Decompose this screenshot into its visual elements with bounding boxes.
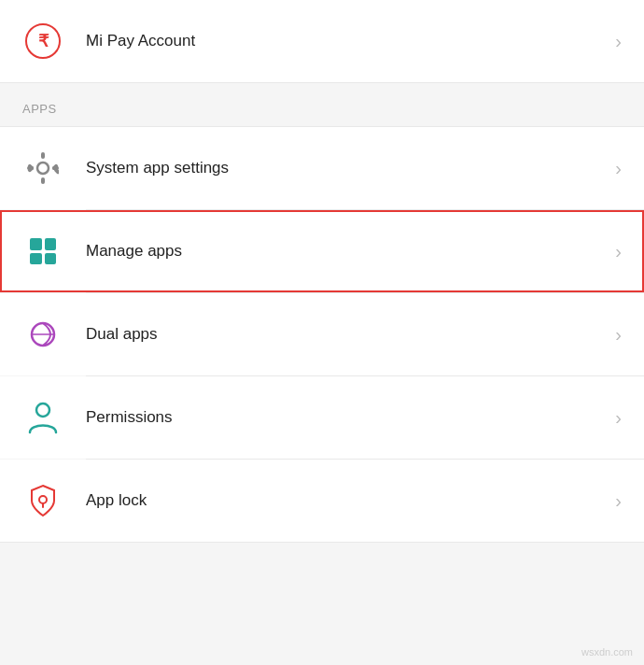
- svg-point-12: [39, 496, 47, 503]
- manage-apps-item[interactable]: Manage apps ›: [0, 210, 644, 292]
- apps-section-header: APPS: [0, 83, 644, 126]
- app-lock-icon: [22, 480, 63, 521]
- mi-pay-account-item[interactable]: ₹ Mi Pay Account ›: [0, 0, 644, 82]
- svg-rect-2: [41, 177, 45, 184]
- svg-point-0: [37, 163, 49, 174]
- system-app-settings-icon: [22, 148, 63, 189]
- mi-pay-account-label: Mi Pay Account: [86, 32, 608, 50]
- permissions-icon: [22, 397, 63, 438]
- mi-pay-icon: ₹: [22, 21, 63, 62]
- manage-apps-icon: [22, 231, 63, 272]
- grid-cell-4: [45, 253, 57, 265]
- grid-icon-shape: [30, 238, 56, 264]
- grid-cell-1: [30, 238, 42, 250]
- dual-apps-icon: [22, 314, 63, 355]
- system-app-settings-item[interactable]: System app settings ›: [0, 127, 644, 209]
- dual-apps-chevron: ›: [615, 324, 622, 346]
- settings-screen: ₹ Mi Pay Account › APPS: [0, 0, 644, 665]
- mi-pay-chevron: ›: [615, 31, 622, 52]
- system-app-settings-label: System app settings: [86, 159, 608, 177]
- system-app-chevron: ›: [615, 158, 622, 179]
- grid-cell-3: [30, 253, 42, 265]
- permissions-item[interactable]: Permissions ›: [0, 376, 644, 459]
- apps-section-label: APPS: [22, 102, 57, 116]
- watermark: wsxdn.com: [581, 646, 633, 658]
- app-lock-chevron: ›: [615, 490, 622, 512]
- manage-apps-chevron: ›: [615, 241, 622, 262]
- app-lock-item[interactable]: App lock ›: [0, 460, 644, 542]
- svg-point-11: [36, 403, 49, 417]
- permissions-label: Permissions: [86, 408, 608, 427]
- app-lock-label: App lock: [86, 491, 608, 510]
- rupee-symbol: ₹: [38, 31, 49, 51]
- dual-apps-label: Dual apps: [86, 325, 608, 344]
- grid-cell-2: [45, 238, 57, 250]
- svg-rect-1: [41, 152, 45, 159]
- dual-apps-item[interactable]: Dual apps ›: [0, 293, 644, 375]
- permissions-chevron: ›: [615, 407, 622, 429]
- divider-7: [0, 542, 644, 543]
- manage-apps-label: Manage apps: [86, 242, 608, 261]
